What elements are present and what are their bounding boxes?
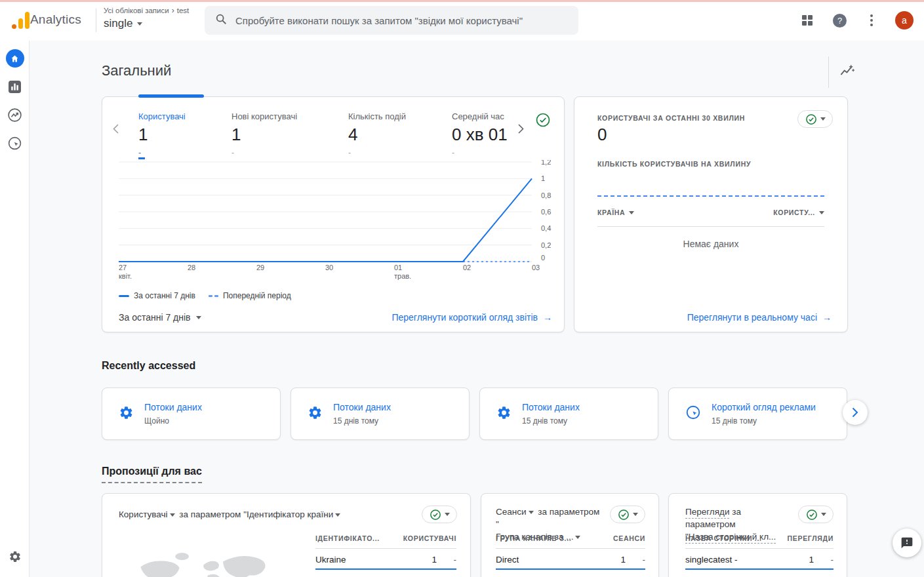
column-header-channel-group[interactable]: ГРУПА КАНАЛІВ З... [496,534,571,542]
recent-card-ads-snapshot[interactable]: Короткий огляд реклами 15 днів тому [668,388,847,440]
solid-line-swatch [119,295,129,297]
date-range-selector[interactable]: За останні 7 днів [119,312,201,323]
caret-down-icon [137,22,142,26]
sidebar-item-admin[interactable] [0,550,30,565]
metric-tab-new-users[interactable]: Нові користувачі 1 - [231,111,297,157]
recent-card-data-streams-2[interactable]: Потоки даних 15 днів тому [291,388,470,440]
metric-delta: - [348,148,406,157]
realtime-quality-dropdown[interactable] [797,110,833,128]
channel-sessions-table: ГРУПА КАНАЛІВ З... СЕАНСИ Direct 1 - Una… [496,533,645,577]
row-highlight [496,568,645,570]
data-quality-check-icon[interactable] [535,112,551,130]
column-header-page-title[interactable]: НАЗВА СТОРІНКИ ... [685,534,762,542]
feedback-icon [900,536,914,549]
recent-card-label: Потоки даних [333,402,391,412]
users-per-minute-label: КІЛЬКІСТЬ КОРИСТУВАЧІВ НА ХВИЛИНУ [597,160,751,168]
analytics-logo-icon[interactable] [12,12,30,29]
breadcrumb-account[interactable]: test [177,7,190,14]
realtime-card: КОРИСТУВАЧІ ЗА ОСТАННІ 30 ХВИЛИН 0 КІЛЬК… [574,96,848,332]
caret-down-icon [445,513,450,516]
caret-down-icon [821,513,826,516]
column-header-country-id[interactable]: ІДЕНТИФІКАТО... [315,534,380,542]
check-circle-icon [430,509,441,521]
realtime-report-link[interactable]: Переглянути в реальному часі → [687,312,832,323]
table-divider [315,548,456,549]
sidebar-item-advertising[interactable] [0,136,30,153]
card-quality-dropdown[interactable] [798,506,834,523]
svg-text:0,4: 0,4 [541,224,551,232]
svg-text:?: ? [837,16,841,26]
metric-tab-event-count[interactable]: Кількість подій 4 - [348,111,406,157]
dashed-line-swatch [209,295,218,297]
table-row: Direct 1 - [496,555,645,565]
search-bar[interactable] [205,6,578,35]
svg-text:0: 0 [541,254,545,262]
insights-button[interactable] [828,56,854,88]
metric-delta: - [138,148,145,159]
top-bar: Analytics Усі облікові записи › test sin… [0,0,924,41]
country-column-header[interactable]: КРАЇНА [597,209,634,216]
help-icon[interactable]: ? [831,12,848,29]
property-selector[interactable]: single [104,17,189,30]
legend-previous: Попередній період [209,291,291,300]
metric-value: 1 [231,125,297,145]
avatar[interactable]: a [895,11,914,30]
gear-icon [308,405,323,423]
more-vert-icon[interactable] [863,12,880,29]
top-loading-strip [0,0,924,2]
metric-tab-users[interactable]: Користувачі 1 - [138,111,186,159]
arrow-right-icon: → [822,312,832,323]
realtime-users-value: 0 [597,125,607,145]
svg-text:0,2: 0,2 [541,241,551,249]
account-switcher[interactable]: Усі облікові записи › test single [104,6,189,30]
table-divider [685,548,834,549]
users-column-header[interactable]: КОРИСТУ... [773,209,824,216]
check-circle-icon [806,509,818,521]
breadcrumb-accounts[interactable]: Усі облікові записи [104,7,169,14]
table-divider [496,548,645,549]
metric-value: 0 хв 01 [452,125,508,145]
reports-snapshot-link[interactable]: Переглянути короткий огляд звітів → [392,312,552,323]
sidebar-item-home[interactable] [0,49,30,68]
column-header-users[interactable]: КОРИСТУВАЧІ [403,534,456,542]
caret-down-icon [820,117,826,121]
card-quality-dropdown[interactable] [422,506,457,523]
feedback-button[interactable] [893,528,921,557]
recent-cards-next-button[interactable] [843,400,868,425]
main-content: Загальний Користувачі 1 - Нові користува… [30,41,924,577]
overview-card: Користувачі 1 - Нові користувачі 1 - Кіл… [102,96,565,332]
metric-value: 1 [138,125,186,145]
svg-text:1: 1 [541,174,545,182]
card-quality-dropdown[interactable] [610,506,645,523]
product-name: Analytics [30,12,81,27]
metric-tab-avg-time[interactable]: Середній час 0 хв 01 - [452,111,508,157]
prev-metrics-button[interactable] [108,121,123,136]
next-metrics-button[interactable] [513,121,529,136]
caret-down-icon [529,511,534,514]
recent-card-label: Потоки даних [522,402,580,412]
column-header-sessions[interactable]: СЕАНСИ [613,534,645,542]
caret-down-icon [196,316,201,319]
ads-icon [685,405,701,423]
search-input[interactable] [235,15,568,26]
recent-card-data-streams-1[interactable]: Потоки даних Щойно [102,388,281,440]
chevron-right-icon: › [172,6,174,15]
check-circle-icon [805,113,817,125]
country-users-table: ІДЕНТИФІКАТО... КОРИСТУВАЧІ Ukraine 1 - [315,533,456,570]
recent-card-time: 15 днів тому [333,416,391,426]
sidebar-item-explore[interactable] [0,108,30,125]
card-dimension-selector[interactable]: Користувачі за параметром "Ідентифікатор… [119,508,411,521]
caret-down-icon [633,513,638,516]
chevron-right-icon [852,407,858,418]
per-minute-bars [597,195,824,197]
column-header-views[interactable]: ПЕРЕГЛЯДИ [788,534,834,542]
apps-grid-icon[interactable] [799,12,816,29]
property-name: single [104,17,132,30]
recent-card-data-streams-3[interactable]: Потоки даних 15 днів тому [479,388,658,440]
suggestions-title: Пропозиції для вас [102,466,202,483]
metric-delta: - [231,148,297,157]
sidebar-item-reports[interactable] [0,81,30,95]
caret-down-icon [629,211,634,214]
caret-down-icon [335,513,340,517]
header-divider [96,9,96,32]
